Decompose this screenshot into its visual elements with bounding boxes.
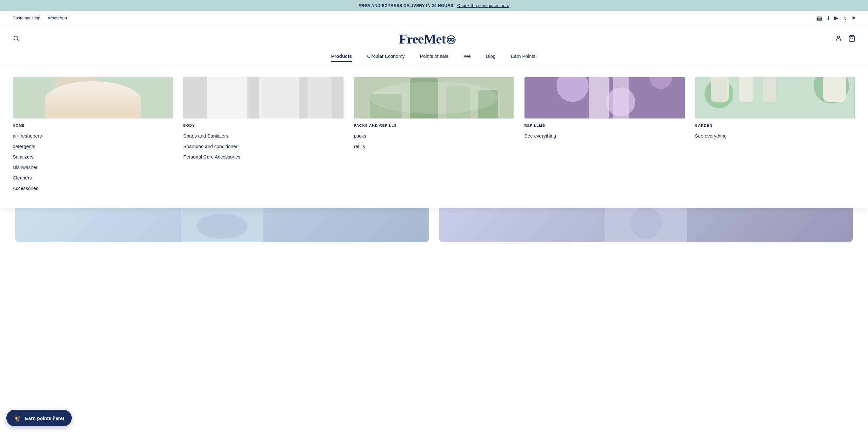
linkedin-icon[interactable]: in xyxy=(851,16,855,20)
account-button[interactable] xyxy=(835,35,842,43)
nav-earn-points[interactable]: Earn Points! xyxy=(511,53,537,62)
svg-point-32 xyxy=(197,213,248,239)
facebook-icon[interactable]: f xyxy=(828,15,829,21)
link-personal-care[interactable]: Personal Care Accessories xyxy=(183,153,343,160)
tiktok-icon[interactable]: ♫ xyxy=(843,16,847,21)
main-nav: Products Circular Economy Points of sale… xyxy=(0,53,868,67)
packs-category-image xyxy=(354,77,514,118)
garden-category-label: GARDEN xyxy=(695,123,855,127)
svg-point-2 xyxy=(837,36,839,38)
svg-point-0 xyxy=(14,36,18,40)
link-cleaners[interactable]: Cleaners xyxy=(13,174,173,181)
svg-rect-23 xyxy=(613,77,629,118)
banner-link[interactable]: Check the communes here xyxy=(457,3,509,8)
nav-we[interactable]: We xyxy=(464,53,471,62)
svg-rect-9 xyxy=(207,77,247,118)
header-right xyxy=(835,35,855,43)
link-shampoo[interactable]: Shampoo and conditioner xyxy=(183,143,343,150)
nav-circular-economy[interactable]: Circular Economy xyxy=(367,53,404,62)
logo-text: FreeMet♾ xyxy=(399,32,456,47)
svg-rect-30 xyxy=(763,77,776,102)
link-garden-see-everything[interactable]: See everything xyxy=(695,133,855,139)
youtube-icon[interactable]: ▶ xyxy=(834,15,838,21)
customer-help-link[interactable]: Customer Help xyxy=(13,16,40,20)
link-detergents[interactable]: detergents xyxy=(13,143,173,150)
svg-point-34 xyxy=(630,207,662,239)
svg-rect-22 xyxy=(589,77,609,118)
cart-button[interactable] xyxy=(848,35,855,43)
social-icons-bar: 📷 f ▶ ♫ in xyxy=(816,15,855,21)
nav-points-of-sale[interactable]: Points of sale xyxy=(420,53,448,62)
svg-rect-10 xyxy=(259,77,300,118)
link-soaps[interactable]: Soaps and Sanitizers xyxy=(183,133,343,139)
top-banner: FREE AND EXPRESS DELIVERY IN 24 HOURS Ch… xyxy=(0,0,868,11)
home-category-label: HOME xyxy=(13,123,173,127)
svg-point-5 xyxy=(49,94,137,119)
refillme-category-label: REFILLME xyxy=(525,123,685,127)
svg-line-1 xyxy=(18,40,19,41)
link-air-fresheners[interactable]: air fresheners xyxy=(13,133,173,139)
search-button[interactable] xyxy=(13,35,20,43)
header-topbar: Customer Help WhatsApp 📷 f ▶ ♫ in xyxy=(0,11,868,25)
header-topbar-left: Customer Help WhatsApp xyxy=(13,16,67,20)
mega-col-home: HOME air fresheners detergents Sanitizer… xyxy=(13,77,173,195)
svg-point-6 xyxy=(54,77,99,112)
link-packs[interactable]: packs xyxy=(354,133,514,139)
header-left xyxy=(13,35,20,43)
mega-col-packs: PACKS AND REFILLS packs refills xyxy=(354,77,514,195)
svg-point-17 xyxy=(370,82,498,114)
main-header: FreeMet♾ xyxy=(0,25,868,53)
link-refills[interactable]: refills xyxy=(354,143,514,150)
link-dishwasher[interactable]: Dishwasher xyxy=(13,164,173,171)
nav-products[interactable]: Products xyxy=(331,53,352,62)
banner-main-text: FREE AND EXPRESS DELIVERY IN 24 HOURS xyxy=(359,3,454,8)
packs-category-label: PACKS AND REFILLS xyxy=(354,123,514,127)
mega-dropdown: HOME air fresheners detergents Sanitizer… xyxy=(0,67,868,208)
svg-rect-27 xyxy=(823,77,846,102)
svg-rect-4 xyxy=(13,77,173,118)
site-logo[interactable]: FreeMet♾ xyxy=(20,31,835,47)
home-category-image xyxy=(13,77,173,118)
svg-rect-7 xyxy=(61,86,93,118)
svg-rect-11 xyxy=(308,77,332,118)
svg-rect-29 xyxy=(739,77,753,102)
nav-blog[interactable]: Blog xyxy=(486,53,496,62)
body-category-image xyxy=(183,77,343,118)
instagram-icon[interactable]: 📷 xyxy=(816,15,823,21)
mega-dropdown-grid: HOME air fresheners detergents Sanitizer… xyxy=(13,77,855,195)
refillme-category-image xyxy=(525,77,685,118)
link-accessories[interactable]: Accessories xyxy=(13,185,173,192)
whatsapp-link[interactable]: WhatsApp xyxy=(48,16,67,20)
link-refillme-see-everything[interactable]: See everything xyxy=(525,133,685,139)
mega-col-body: BODY Soaps and Sanitizers Shampoo and co… xyxy=(183,77,343,195)
svg-rect-28 xyxy=(711,77,728,102)
mega-col-refillme: REFILLME See everything xyxy=(525,77,685,195)
mega-col-garden: GARDEN See everything xyxy=(695,77,855,195)
link-sanitizers[interactable]: Sanitizers xyxy=(13,153,173,160)
body-category-label: BODY xyxy=(183,123,343,127)
garden-category-image xyxy=(695,77,855,118)
